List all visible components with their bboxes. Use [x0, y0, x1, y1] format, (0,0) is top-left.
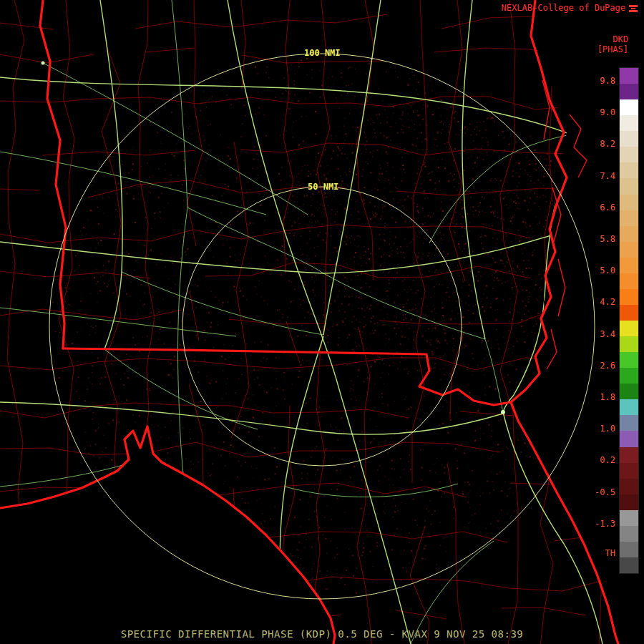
colorbar-cell [620, 178, 638, 194]
colorbar-cell [620, 352, 638, 368]
colorbar-cell [620, 479, 638, 494]
colorbar-label: 1.8 [581, 393, 615, 402]
colorbar-label: 9.0 [581, 108, 615, 117]
colorbar-label: 1.0 [581, 424, 615, 434]
county-boundaries [0, 0, 644, 644]
colorbar-threshold-label: TH [581, 549, 615, 558]
colorbar-cell [620, 447, 638, 463]
colorbar-cell [620, 68, 638, 84]
colorbar: 9.89.08.27.46.65.85.04.23.42.61.81.00.2-… [578, 68, 638, 573]
colorbar-label: 3.4 [581, 330, 615, 339]
colorbar-cell [620, 526, 638, 542]
colorbar-cell [620, 162, 638, 178]
colorbar-cell [620, 273, 638, 289]
colorbar-cell [620, 542, 638, 557]
colorbar-label: 5.8 [581, 235, 615, 244]
colorbar-label: 2.6 [581, 361, 615, 371]
colorbar-cell [620, 494, 638, 510]
colorbar-cell [620, 258, 638, 273]
colorbar-label: 6.6 [581, 203, 615, 213]
colorbar-cell [620, 399, 638, 415]
colorbar-label: 5.0 [581, 266, 615, 275]
radar-map [0, 0, 644, 644]
colorbar-cell [620, 131, 638, 147]
colorbar-label: 0.2 [581, 456, 615, 465]
colorbar-cell [620, 463, 638, 479]
colorbar-cell [620, 321, 638, 336]
colorbar-cell [620, 289, 638, 305]
colorbar-label: 7.4 [581, 172, 615, 181]
radar-viewer: 100 NMI 50 NMI NEXLAB-College of DuPage … [0, 0, 644, 644]
colorbar-cell [620, 226, 638, 242]
colorbar-cell [620, 195, 638, 210]
range-rings [49, 54, 595, 599]
colorbar-cell [620, 99, 638, 115]
colorbar-label: -0.5 [581, 488, 615, 497]
colorbar-scale [620, 68, 638, 573]
colorbar-cell [620, 336, 638, 352]
west-state-border [40, 0, 66, 348]
cod-logo-icon [628, 4, 638, 14]
fl-ga-border [63, 348, 511, 405]
colorbar-cell [620, 510, 638, 526]
state-borders-coastline [0, 0, 618, 644]
colorbar-cell [620, 84, 638, 99]
colorbar-label: 8.2 [581, 140, 615, 149]
colorbar-cell [620, 147, 638, 162]
colorbar-labels: 9.89.08.27.46.65.85.04.23.42.61.81.00.2-… [581, 68, 615, 573]
range-ring-100nmi [49, 54, 595, 599]
colorbar-cell [620, 210, 638, 226]
colorbar-cell [620, 368, 638, 384]
colorbar-cell [620, 115, 638, 131]
colorbar-cell [620, 557, 638, 573]
colorbar-label: 9.8 [581, 77, 615, 86]
colorbar-cell [620, 384, 638, 399]
colorbar-cell [620, 242, 638, 258]
colorbar-cell [620, 415, 638, 431]
colorbar-cell [620, 431, 638, 447]
colorbar-label: -1.3 [581, 519, 615, 529]
colorbar-cell [620, 305, 638, 321]
colorbar-label: 4.2 [581, 298, 615, 307]
